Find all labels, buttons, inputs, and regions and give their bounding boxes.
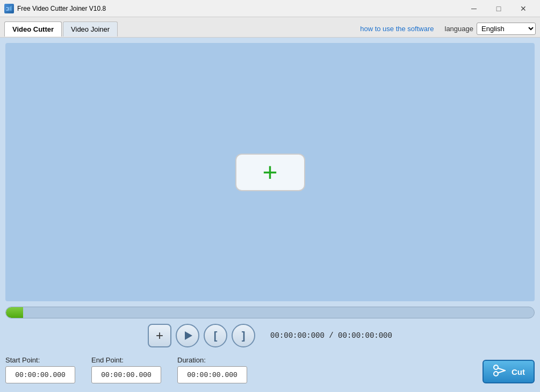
app-icon xyxy=(4,4,14,13)
mark-end-button[interactable]: ] xyxy=(232,324,255,347)
svg-marker-1 xyxy=(9,5,12,11)
end-point-input[interactable] xyxy=(91,366,161,383)
duration-label: Duration: xyxy=(177,356,247,364)
play-icon xyxy=(185,331,192,340)
tab-video-joiner[interactable]: Video Joiner xyxy=(63,21,118,37)
plus-icon: + xyxy=(262,159,277,185)
svg-rect-2 xyxy=(6,8,8,10)
cut-button[interactable]: Cut xyxy=(483,360,535,383)
duration-input[interactable] xyxy=(177,366,247,383)
video-preview: + xyxy=(5,43,535,301)
timeline-progress xyxy=(6,307,23,318)
end-point-group: End Point: xyxy=(91,356,161,383)
end-point-label: End Point: xyxy=(91,356,161,364)
add-file-button[interactable]: + xyxy=(148,324,171,347)
tab-bar: Video Cutter Video Joiner how to use the… xyxy=(0,17,540,38)
play-button[interactable] xyxy=(176,324,199,347)
add-video-button[interactable]: + xyxy=(235,154,305,191)
svg-line-6 xyxy=(498,371,506,373)
scissors-icon xyxy=(492,363,507,381)
bottom-row: Start Point: End Point: Duration: xyxy=(5,354,535,387)
svg-point-3 xyxy=(494,365,498,369)
svg-point-4 xyxy=(494,372,498,376)
main-window: Video Cutter Video Joiner how to use the… xyxy=(0,17,540,392)
cut-label: Cut xyxy=(512,367,525,376)
window-controls: ─ □ ✕ xyxy=(462,0,536,17)
duration-group: Duration: xyxy=(177,356,247,383)
close-button[interactable]: ✕ xyxy=(511,0,536,17)
mark-end-icon: ] xyxy=(242,330,246,342)
title-bar: Free Video Cutter Joiner V10.8 ─ □ ✕ xyxy=(0,0,540,17)
help-link[interactable]: how to use the software xyxy=(360,25,434,33)
start-point-group: Start Point: xyxy=(5,356,75,383)
tab-video-cutter[interactable]: Video Cutter xyxy=(4,21,62,37)
start-point-label: Start Point: xyxy=(5,356,75,364)
add-icon: + xyxy=(156,328,163,343)
controls-row: + [ ] 00:00:00:000 / 00:00:00:000 xyxy=(5,324,535,347)
timeline-bar[interactable] xyxy=(5,307,535,318)
svg-line-5 xyxy=(498,368,506,371)
time-display: 00:00:00:000 / 00:00:00:000 xyxy=(270,331,392,340)
title-bar-left: Free Video Cutter Joiner V10.8 xyxy=(4,4,106,13)
minimize-button[interactable]: ─ xyxy=(462,0,486,17)
mark-start-button[interactable]: [ xyxy=(204,324,227,347)
content-area: + + [ ] 00:00:00:000 / 00:00:00:000 xyxy=(0,38,540,392)
start-point-input[interactable] xyxy=(5,366,75,383)
language-select[interactable]: English Chinese Spanish French German Ja… xyxy=(477,23,536,35)
app-title: Free Video Cutter Joiner V10.8 xyxy=(17,5,106,12)
mark-start-icon: [ xyxy=(214,330,218,342)
maximize-button[interactable]: □ xyxy=(486,0,511,17)
language-label: language xyxy=(445,25,474,33)
